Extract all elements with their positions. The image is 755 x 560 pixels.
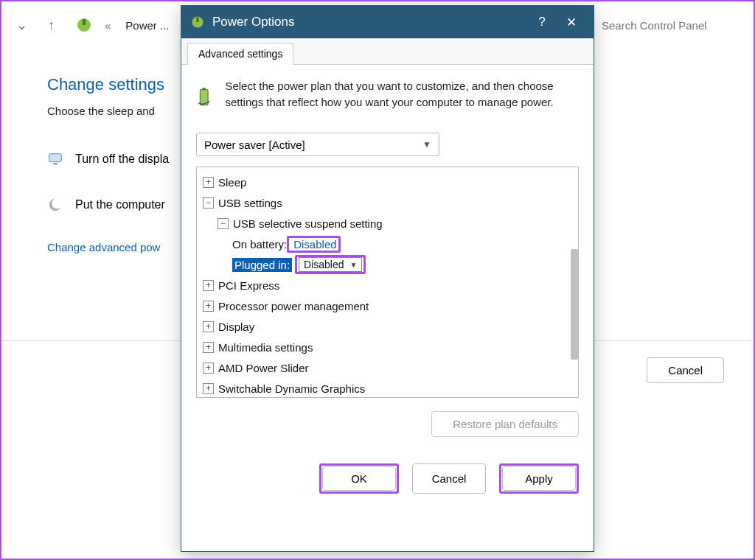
expand-icon[interactable]: + (203, 321, 214, 332)
setting-label: Turn off the displa (75, 153, 169, 166)
expand-icon[interactable]: + (203, 383, 214, 394)
up-icon[interactable]: ↑ (42, 15, 60, 36)
tree-item-usb-settings[interactable]: −USB settings (200, 192, 575, 213)
tree-item-on-battery[interactable]: On battery: Disabled (200, 234, 575, 254)
dialog-titlebar[interactable]: Power Options ? ✕ (181, 6, 594, 38)
tree-item-multimedia[interactable]: +Multimedia settings (200, 337, 575, 357)
tree-item-pci[interactable]: +PCI Express (200, 275, 575, 295)
chevron-down-icon: ▼ (350, 261, 358, 269)
change-advanced-link[interactable]: Change advanced pow (47, 241, 160, 253)
svg-point-5 (52, 198, 63, 209)
power-plan-icon (75, 16, 93, 34)
dialog-footer: OK Cancel Apply (181, 437, 594, 494)
power-plan-value: Power saver [Active] (204, 139, 305, 151)
tree-item-sleep[interactable]: +Sleep (200, 172, 575, 192)
breadcrumb-separator: « (105, 19, 111, 32)
tree-item-switchable[interactable]: +Switchable Dynamic Graphics (200, 378, 575, 398)
close-button[interactable]: ✕ (557, 15, 586, 30)
power-options-dialog: Power Options ? ✕ Advanced settings Sele… (181, 5, 594, 552)
expand-icon[interactable]: + (203, 363, 214, 374)
expand-icon[interactable]: + (203, 280, 214, 291)
plugged-in-label: Plugged in: (232, 258, 292, 272)
svg-rect-3 (53, 164, 58, 165)
power-plan-select[interactable]: Power saver [Active] ▼ (196, 133, 439, 156)
tab-strip: Advanced settings (181, 38, 594, 65)
restore-defaults-button: Restore plan defaults (431, 411, 579, 437)
intro-block: Select the power plan that you want to c… (196, 78, 579, 116)
tab-advanced-settings[interactable]: Advanced settings (187, 43, 293, 65)
monitor-icon (47, 151, 63, 167)
collapse-icon[interactable]: − (218, 218, 229, 229)
collapse-icon[interactable]: − (203, 197, 214, 209)
on-battery-value[interactable]: Disabled (293, 238, 336, 251)
cancel-button[interactable]: Cancel (647, 357, 724, 383)
expand-icon[interactable]: + (203, 177, 214, 188)
svg-rect-9 (203, 88, 206, 90)
battery-icon (196, 78, 212, 116)
settings-tree[interactable]: +Sleep −USB settings −USB selective susp… (196, 167, 579, 398)
chevron-down-icon: ▼ (422, 139, 431, 150)
setting-label: Put the computer (75, 198, 165, 211)
tree-item-amd[interactable]: +AMD Power Slider (200, 357, 575, 378)
tree-item-display[interactable]: +Display (200, 316, 575, 337)
power-icon (190, 15, 205, 29)
ok-button[interactable]: OK (322, 466, 396, 491)
moon-icon (47, 197, 63, 213)
help-button[interactable]: ? (527, 15, 557, 29)
expand-icon[interactable]: + (203, 342, 214, 353)
tree-item-ppm[interactable]: +Processor power management (200, 295, 575, 316)
dialog-title: Power Options (212, 15, 295, 29)
tree-item-usb-selective[interactable]: −USB selective suspend setting (200, 213, 575, 234)
cancel-button[interactable]: Cancel (412, 463, 486, 494)
svg-rect-1 (83, 19, 86, 25)
scrollbar-thumb[interactable] (571, 249, 578, 360)
search-input[interactable] (597, 15, 745, 35)
apply-button[interactable]: Apply (502, 466, 576, 491)
plugged-in-select[interactable]: Disabled ▼ (299, 257, 362, 272)
back-icon[interactable]: ⌄ (10, 14, 33, 36)
tree-item-plugged-in[interactable]: Plugged in: Disabled ▼ (200, 254, 575, 275)
svg-rect-2 (49, 154, 62, 162)
breadcrumb-item[interactable]: Power ... (125, 19, 169, 32)
intro-text: Select the power plan that you want to c… (225, 78, 579, 111)
svg-rect-7 (196, 17, 198, 22)
expand-icon[interactable]: + (203, 301, 214, 312)
